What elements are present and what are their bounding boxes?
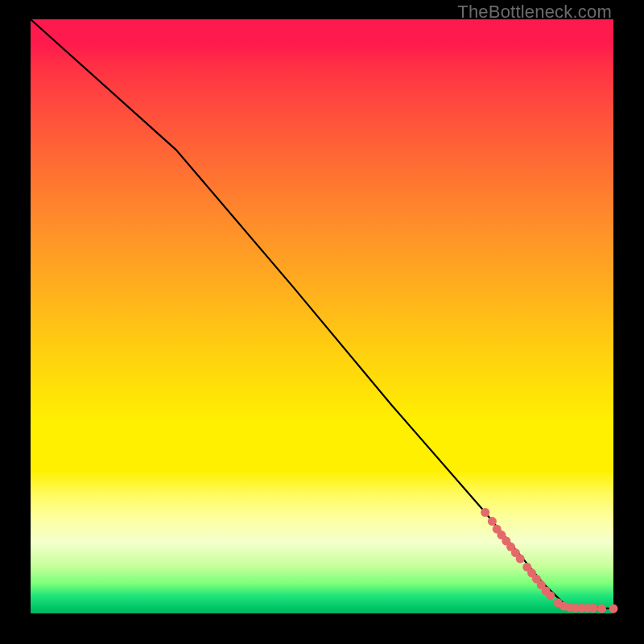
data-point [516, 555, 525, 564]
bottleneck-line [31, 19, 613, 609]
data-markers [481, 508, 617, 613]
chart-frame: TheBottleneck.com [0, 0, 644, 644]
data-point [609, 605, 618, 613]
data-point [481, 508, 489, 517]
data-point [488, 517, 497, 526]
data-point [597, 605, 606, 613]
chart-overlay [31, 19, 613, 613]
data-point [546, 591, 555, 600]
data-point [588, 604, 597, 613]
